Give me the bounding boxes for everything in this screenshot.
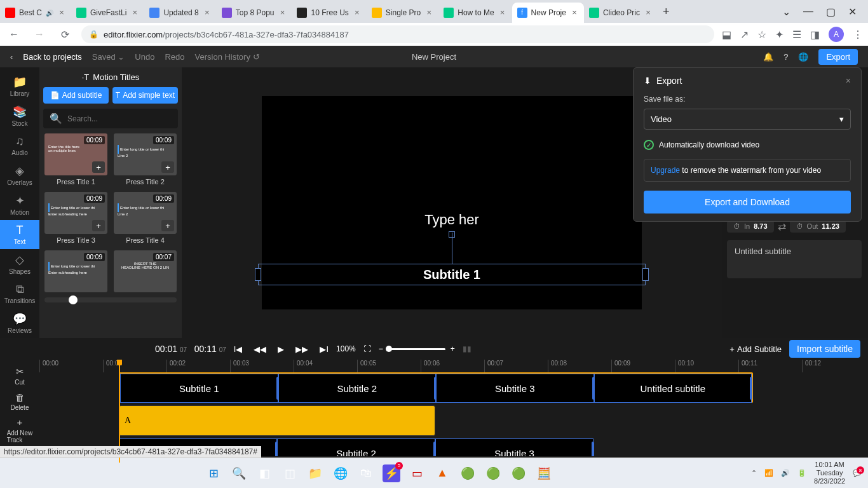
rail-text[interactable]: TText (0, 220, 39, 249)
close-icon[interactable]: × (203, 8, 212, 17)
skip-start-icon[interactable]: I◀ (234, 344, 243, 354)
subtitle-selection[interactable]: Subtitle 1 (258, 264, 646, 285)
close-icon[interactable]: × (278, 8, 287, 17)
panel-scrollbar[interactable] (44, 297, 177, 302)
share-icon[interactable]: ↗ (740, 29, 749, 41)
placeholder-text[interactable]: Type her (424, 212, 479, 228)
out-time[interactable]: ⏱ Out 11.23 (790, 220, 846, 233)
project-title[interactable]: New Project (412, 52, 456, 62)
subtitle-clip[interactable]: Subtitle 1 (120, 374, 278, 403)
version-history[interactable]: Version History ↺ (195, 52, 260, 62)
chevron-down-icon[interactable]: ⌄ (782, 6, 790, 18)
tab-7[interactable]: fNew Proje× (512, 3, 584, 23)
saved-status[interactable]: Saved ⌄ (92, 52, 125, 62)
app-icon[interactable]: ⚡5 (383, 464, 400, 482)
back-icon[interactable]: ← (5, 29, 23, 40)
tab-4[interactable]: 10 Free Us× (292, 3, 366, 23)
forward-icon[interactable]: ▶▶ (295, 344, 308, 354)
close-window-icon[interactable]: ✕ (848, 6, 857, 18)
fullscreen-icon[interactable]: ⛶ (363, 344, 371, 353)
text-track[interactable]: A (39, 405, 868, 436)
close-icon[interactable]: × (353, 8, 362, 17)
chrome2-icon[interactable]: 🟢 (484, 464, 502, 482)
export-download-button[interactable]: Export and Download (644, 191, 851, 214)
store-icon[interactable]: 🛍 (357, 464, 375, 482)
extensions-icon[interactable]: ✦ (775, 29, 783, 41)
plus-icon[interactable]: + (92, 161, 105, 173)
close-icon[interactable]: × (57, 8, 66, 17)
new-tab-button[interactable]: + (658, 5, 675, 18)
url-input[interactable]: 🔒 editor.flixier.com/projects/b3c4cb67-4… (81, 25, 714, 43)
audio-icon[interactable]: 🔊 (46, 10, 53, 17)
rail-reviews[interactable]: 💬Reviews (0, 308, 39, 338)
zoom-percent[interactable]: 100% (336, 344, 356, 353)
widgets-icon[interactable]: ◫ (281, 464, 299, 482)
zoom-slider[interactable] (388, 348, 445, 350)
plus-icon[interactable]: + (92, 220, 105, 231)
battery-icon[interactable]: 🔋 (797, 469, 806, 477)
undo-button[interactable]: Undo (135, 52, 154, 62)
rewind-icon[interactable]: ◀◀ (254, 344, 266, 354)
start-icon[interactable]: ⊞ (205, 464, 222, 482)
notifications-icon[interactable]: 💬8 (853, 469, 862, 477)
tray-chevron-icon[interactable]: ⌃ (751, 469, 757, 477)
title-card-5[interactable]: 00:09Enter long title or lower thiEnter … (44, 250, 107, 292)
vlc-icon[interactable]: ▲ (433, 464, 451, 482)
swap-icon[interactable]: ⇄ (778, 220, 786, 233)
rail-library[interactable]: 📁Library (0, 71, 39, 101)
back-to-projects[interactable]: Back to projects (23, 52, 82, 62)
columns-icon[interactable]: ▮▮ (463, 344, 471, 353)
in-time[interactable]: ⏱ In 8.73 (727, 220, 774, 233)
tab-2[interactable]: Updated 8× (144, 3, 216, 23)
avatar[interactable]: A (829, 27, 844, 42)
video-canvas[interactable]: Type her Subtitle 1 (262, 96, 642, 309)
timeline-ruler[interactable]: 00:0000:01 00:0200:03 00:0400:05 00:0600… (39, 360, 868, 372)
plus-icon[interactable]: + (161, 220, 174, 231)
export-button[interactable]: Export (818, 49, 858, 65)
title-card-2[interactable]: 00:09Enter long title or lower thiLine 2… (114, 133, 177, 186)
reading-list-icon[interactable]: ☰ (792, 29, 801, 41)
reload-icon[interactable]: ⟳ (56, 29, 74, 41)
rail-motion[interactable]: ✦Motion (0, 190, 39, 220)
install-icon[interactable]: ⬓ (722, 29, 731, 41)
tab-6[interactable]: How to Me× (438, 3, 512, 23)
chevron-left-icon[interactable]: ‹ (10, 52, 13, 62)
rail-transitions[interactable]: ⧉Transitions (0, 279, 39, 308)
text-clip[interactable]: A (119, 405, 435, 436)
title-card-6[interactable]: 00:07INSERT THEHEADLINE HERE ON 2 LIN (114, 250, 177, 292)
side-panel-icon[interactable]: ◨ (810, 29, 820, 41)
redo-button[interactable]: Redo (165, 52, 184, 62)
subtitle-clip[interactable]: Subtitle 3 (435, 438, 593, 456)
add-track-tool[interactable]: +Add New Track (0, 415, 39, 446)
zoom-in-icon[interactable]: + (451, 344, 455, 353)
subtitle-name-input[interactable]: Untitled subtitle (727, 240, 862, 278)
close-icon[interactable]: × (570, 8, 579, 17)
chrome-icon[interactable]: 🟢 (459, 464, 477, 482)
cut-tool[interactable]: ✂Cut (0, 363, 39, 388)
title-card-3[interactable]: 00:09Enter long title or lower thiEnter … (44, 192, 107, 244)
calculator-icon[interactable]: 🧮 (535, 464, 553, 482)
resize-handle-left[interactable] (255, 268, 261, 281)
tab-0[interactable]: Best C🔊× (0, 3, 71, 23)
resize-handle-right[interactable] (642, 268, 649, 281)
taskbar-clock[interactable]: 10:01 AMTuesday8/23/2022 (814, 461, 845, 486)
rail-overlays[interactable]: ◈Overlays (0, 160, 39, 190)
add-subtitle-button[interactable]: 📄 Add subtitle (43, 87, 109, 104)
add-simple-text-button[interactable]: T Add simple text (112, 87, 178, 104)
title-card-4[interactable]: 00:09Enter long title or lower thiLine 2… (114, 192, 177, 244)
import-subtitle-button[interactable]: Import subtitle (789, 340, 860, 358)
subtitle-track-1[interactable]: Subtitle 1 Subtitle 2 Subtitle 3 Untitle… (119, 372, 753, 403)
upgrade-link[interactable]: Upgrade (651, 166, 680, 175)
maximize-icon[interactable]: ▢ (826, 6, 836, 18)
rail-shapes[interactable]: ◇Shapes (0, 249, 39, 279)
subtitle-clip[interactable]: Subtitle 2 (277, 438, 435, 456)
bookmark-icon[interactable]: ☆ (757, 29, 766, 41)
close-icon[interactable]: × (644, 8, 653, 17)
close-icon[interactable]: × (130, 8, 139, 17)
play-icon[interactable]: ▶ (278, 344, 284, 354)
help-icon[interactable]: ? (783, 52, 788, 62)
close-icon[interactable]: × (498, 8, 507, 17)
mcafee-icon[interactable]: ▭ (408, 464, 426, 482)
skip-end-icon[interactable]: ▶I (320, 344, 329, 354)
rail-stock[interactable]: 📚Stock (0, 101, 39, 131)
